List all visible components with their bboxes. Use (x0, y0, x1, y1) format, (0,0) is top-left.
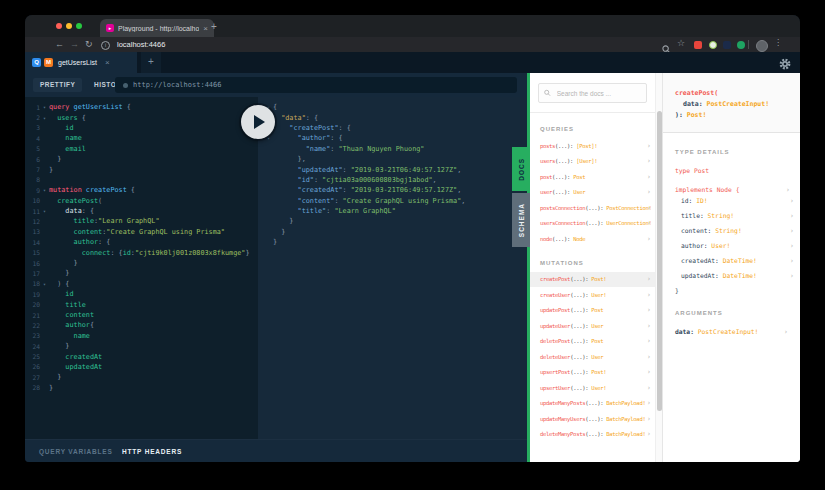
type-field-content[interactable]: content: String!› (681, 223, 800, 238)
line-number: 19 (25, 291, 40, 298)
query-editor[interactable]: 1▾query getUsersList {2▾ users {3 id4 na… (25, 97, 258, 439)
browser-tab-title: Playground - http://localhost:4 (118, 25, 199, 32)
endpoint-url-input[interactable]: http://localhost:4466 (115, 77, 517, 93)
http-headers-tab[interactable]: HTTP HEADERS (122, 448, 182, 455)
signature-close: ): (675, 111, 687, 119)
type-field-updatedAt[interactable]: updatedAt: DateTime!› (681, 268, 800, 283)
new-tab-button[interactable]: + (211, 21, 217, 33)
code-line: 26 updatedAt (25, 362, 258, 372)
docs-item-posts[interactable]: posts(...): [Post]!› (530, 138, 655, 154)
field-detail-panel: createPost( data: PostCreateInput! ): Po… (662, 73, 800, 462)
docs-item-users[interactable]: users(...): [User]!› (530, 154, 655, 170)
query-editor-code: 1▾query getUsersList {2▾ users {3 id4 na… (25, 102, 258, 393)
signature-arg-type[interactable]: PostCreateInput! (706, 100, 769, 108)
browser-menu-icon[interactable]: ⋮ (774, 38, 782, 47)
chevron-right-icon: › (790, 212, 794, 220)
chevron-right-icon: › (647, 291, 651, 299)
type-field-author[interactable]: author: User!› (681, 238, 800, 253)
docs-scrollbar[interactable] (655, 73, 662, 462)
fold-arrow-icon[interactable]: ▾ (40, 187, 49, 193)
docs-item-createPost[interactable]: createPost(...): Post!› (530, 272, 655, 288)
browser-window: ▸ Playground - http://localhost:4 × + ← … (25, 15, 800, 462)
fold-arrow-icon[interactable]: ▾ (40, 115, 49, 121)
type-field-createdAt[interactable]: createdAt: DateTime!› (681, 253, 800, 268)
extension-icon[interactable] (709, 41, 717, 49)
implements-declaration[interactable]: implements Node { › (675, 186, 794, 193)
code-line: 15 connect: {id:"cjti9k0lj001z0803x8fkum… (25, 247, 258, 257)
docs-panel: QUERIESposts(...): [Post]!›users(...): [… (527, 73, 800, 462)
line-number: 24 (25, 343, 40, 350)
type-closing-brace: } (675, 287, 800, 294)
line-number: 26 (25, 363, 40, 370)
docs-search-input[interactable] (555, 89, 641, 98)
docs-item-updatePost[interactable]: updatePost(...): Post› (530, 303, 655, 319)
bookmark-star-icon[interactable]: ☆ (677, 38, 685, 48)
schema-side-tab[interactable]: SCHEMA (512, 193, 530, 247)
back-icon[interactable]: ← (55, 38, 64, 51)
line-number: 11 (25, 208, 40, 215)
traffic-light-minimize-icon[interactable] (66, 23, 72, 29)
docs-search-wrap (530, 73, 655, 113)
code-line: ▾ "createPost": { (264, 123, 527, 133)
extension-icon[interactable] (737, 41, 745, 49)
docs-item-upsertPost[interactable]: upsertPost(...): Post!› (530, 365, 655, 381)
profile-avatar[interactable] (756, 40, 768, 52)
signature-return-type[interactable]: Post! (687, 111, 707, 119)
reload-icon[interactable]: ↻ (85, 38, 93, 51)
fold-arrow-icon[interactable]: ▾ (40, 281, 49, 287)
playground-tab-getuserslist[interactable]: Q M getUsersList × (25, 52, 137, 73)
code-line: 28} (25, 383, 258, 393)
query-variables-tab[interactable]: QUERY VARIABLES (39, 448, 113, 455)
line-number: 13 (25, 228, 40, 235)
line-number: 27 (25, 374, 40, 381)
type-field-title[interactable]: title: String!› (681, 208, 800, 223)
line-number: 18 (25, 280, 40, 287)
browser-toolbar: ← → ↻ i localhost:4466 ☆ ⋮ (25, 37, 800, 52)
close-tab-icon[interactable]: × (203, 24, 208, 33)
prettify-button[interactable]: PRETTIFY (33, 78, 82, 92)
docs-side-tab[interactable]: DOCS (512, 147, 530, 191)
extension-icon[interactable] (694, 41, 702, 49)
play-button[interactable] (241, 105, 275, 139)
extension-icon[interactable] (723, 41, 731, 49)
docs-item-deletePost[interactable]: deletePost(...): Post› (530, 334, 655, 350)
docs-item-updateManyUsers[interactable]: updateManyUsers(...): BatchPayload!› (530, 411, 655, 427)
close-playground-tab-icon[interactable]: × (105, 58, 110, 67)
site-info-icon[interactable]: i (101, 41, 110, 50)
docs-item-deleteUser[interactable]: deleteUser(...): User› (530, 349, 655, 365)
docs-item-user[interactable]: user(...): User› (530, 185, 655, 201)
docs-item-node[interactable]: node(...): Node› (530, 231, 655, 247)
code-line: 25 createdAt (25, 351, 258, 361)
code-line: 22 author{ (25, 320, 258, 330)
address-bar-url[interactable]: localhost:4466 (117, 40, 165, 49)
docs-item-post[interactable]: post(...): Post› (530, 169, 655, 185)
docs-item-createUser[interactable]: createUser(...): User!› (530, 287, 655, 303)
traffic-light-zoom-icon[interactable] (76, 23, 82, 29)
fold-arrow-icon[interactable]: ▾ (40, 208, 49, 214)
fold-arrow-icon[interactable]: ▾ (40, 104, 49, 110)
browser-tab[interactable]: ▸ Playground - http://localhost:4 × (100, 19, 214, 37)
code-line: "id": "cjtia03a000600803bgj1abod", (264, 175, 527, 185)
playground-header: Q M getUsersList × + (25, 52, 800, 73)
endpoint-status-dot-icon (123, 83, 128, 88)
new-playground-tab-button[interactable]: + (141, 52, 161, 73)
docs-item-postsConnection[interactable]: postsConnection(...): PostConnection!› (530, 200, 655, 216)
docs-item-usersConnection[interactable]: usersConnection(...): UserConnection!› (530, 216, 655, 232)
docs-item-upsertUser[interactable]: upsertUser(...): User!› (530, 380, 655, 396)
chevron-right-icon: › (647, 188, 651, 196)
gear-icon[interactable] (779, 56, 791, 68)
chevron-right-icon: › (647, 430, 651, 438)
docs-item-deleteManyPosts[interactable]: deleteManyPosts(...): BatchPayload!› (530, 427, 655, 443)
code-line: ▾{ (264, 102, 527, 112)
docs-item-updateManyPosts[interactable]: updateManyPosts(...): BatchPayload!› (530, 396, 655, 412)
chevron-right-icon: › (647, 322, 651, 330)
search-icon (544, 89, 551, 97)
docs-search-box[interactable] (538, 83, 647, 103)
argument-data[interactable]: data: PostCreateInput! › (675, 328, 794, 335)
line-number: 25 (25, 353, 40, 360)
docs-item-updateUser[interactable]: updateUser(...): User› (530, 318, 655, 334)
results-pane: ▾{▾ "data": {▾ "createPost": {▾ "author"… (258, 97, 527, 439)
forward-icon[interactable]: → (70, 38, 79, 51)
traffic-light-close-icon[interactable] (56, 23, 62, 29)
type-field-id[interactable]: id: ID!› (681, 193, 800, 208)
